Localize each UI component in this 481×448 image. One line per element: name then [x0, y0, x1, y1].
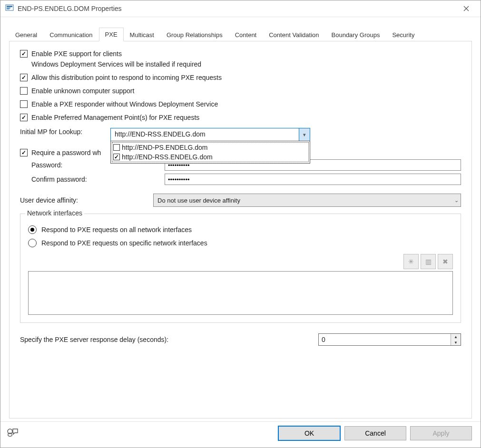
unknown-support-checkbox[interactable] — [20, 87, 28, 95]
tab-security[interactable]: Security — [386, 28, 421, 41]
network-interfaces-title: Network interfaces — [25, 209, 84, 217]
close-button[interactable] — [457, 2, 476, 15]
delay-down-button[interactable]: ▼ — [451, 340, 461, 345]
apply-button[interactable]: Apply — [410, 426, 472, 440]
responder-without-wds-label: Enable a PXE responder without Windows D… — [31, 100, 218, 108]
preferred-mp-checkbox[interactable] — [20, 114, 28, 121]
svg-rect-3 — [7, 9, 10, 10]
tab-pxe[interactable]: PXE — [99, 28, 124, 41]
edit-interface-button[interactable]: ▥ — [421, 254, 436, 269]
enable-pxe-label: Enable PXE support for clients — [31, 50, 122, 58]
radio-all-interfaces[interactable] — [28, 225, 37, 234]
delay-value[interactable]: 0 — [319, 334, 451, 345]
tab-multicast[interactable]: Multicast — [124, 28, 160, 41]
responder-without-wds-checkbox[interactable] — [20, 100, 28, 108]
mp-option-1-checkbox[interactable] — [113, 154, 120, 160]
titlebar: END-PS.ENDELG.DOM Properties — [0, 0, 481, 17]
tab-content[interactable]: Content — [229, 28, 263, 41]
chevron-down-icon: ▾ — [303, 132, 306, 138]
initial-mp-dropdown-list: http://END-PS.ENDELG.dom http://END-RSS.… — [110, 141, 310, 164]
initial-mp-label: Initial MP for Lookup: — [20, 128, 110, 136]
tab-boundary-groups[interactable]: Boundary Groups — [325, 28, 386, 41]
initial-mp-value: http://END-RSS.ENDELG.dom — [111, 128, 299, 141]
content-area: General Communication PXE Multicast Grou… — [0, 17, 481, 421]
feedback-icon[interactable] — [6, 428, 20, 439]
enable-pxe-note: Windows Deployment Services will be inst… — [31, 60, 461, 68]
ok-button[interactable]: OK — [278, 426, 341, 441]
radio-specific-label: Respond to PXE requests on specific netw… — [41, 239, 207, 247]
confirm-password-field[interactable] — [165, 174, 461, 185]
mp-option-1-label: http://END-RSS.ENDELG.dom — [122, 153, 213, 161]
allow-respond-checkbox[interactable] — [20, 74, 28, 81]
require-password-checkbox[interactable] — [20, 149, 28, 156]
uda-value: Do not use user device affinity — [157, 197, 240, 204]
tab-content-validation[interactable]: Content Validation — [263, 28, 325, 41]
add-interface-button[interactable]: ✳ — [403, 254, 419, 269]
allow-respond-label: Allow this distribution point to respond… — [31, 74, 222, 81]
pxe-panel: Enable PXE support for clients Windows D… — [9, 41, 472, 419]
enable-pxe-checkbox[interactable] — [20, 50, 28, 58]
interfaces-list[interactable] — [28, 271, 453, 315]
uda-select[interactable]: Do not use user device affinity ⌄ — [153, 194, 461, 207]
require-password-label: Require a password wh — [31, 149, 101, 156]
confirm-password-label: Confirm password: — [20, 175, 165, 183]
cancel-button[interactable]: Cancel — [344, 426, 406, 440]
unknown-support-label: Enable unknown computer support — [31, 87, 134, 95]
delete-interface-button[interactable]: ✖ — [438, 254, 453, 269]
radio-specific-interfaces[interactable] — [28, 239, 37, 247]
sun-icon: ✳ — [408, 258, 414, 265]
svg-rect-2 — [7, 8, 10, 9]
tab-general[interactable]: General — [9, 28, 43, 41]
app-icon — [5, 4, 14, 14]
mp-option-0-checkbox[interactable] — [113, 144, 120, 151]
properties-icon: ▥ — [425, 258, 432, 265]
chevron-down-icon: ⌄ — [454, 197, 459, 204]
mp-option-0[interactable]: http://END-PS.ENDELG.dom — [112, 143, 308, 152]
mp-option-1[interactable]: http://END-RSS.ENDELG.dom — [112, 152, 308, 162]
tab-group-relationships[interactable]: Group Relationships — [160, 28, 229, 41]
properties-window: END-PS.ENDELG.DOM Properties General Com… — [0, 0, 481, 448]
delay-spinner[interactable]: 0 ▲ ▼ — [318, 333, 461, 346]
delay-up-button[interactable]: ▲ — [451, 334, 461, 340]
svg-rect-1 — [7, 6, 12, 7]
dialog-footer: OK Cancel Apply — [0, 421, 481, 448]
initial-mp-combo[interactable]: http://END-RSS.ENDELG.dom ▾ — [110, 128, 310, 141]
uda-label: User device affinity: — [20, 196, 153, 204]
tab-bar: General Communication PXE Multicast Grou… — [9, 26, 472, 41]
tab-communication[interactable]: Communication — [43, 28, 98, 41]
initial-mp-dropdown-button[interactable]: ▾ — [299, 128, 310, 141]
delay-label: Specify the PXE server response delay (s… — [20, 336, 168, 343]
preferred-mp-label: Enable Preferred Management Point(s) for… — [31, 114, 199, 121]
network-interfaces-group: Network interfaces Respond to PXE reques… — [20, 214, 461, 323]
window-title: END-PS.ENDELG.DOM Properties — [18, 5, 457, 12]
mp-option-0-label: http://END-PS.ENDELG.dom — [122, 144, 208, 151]
radio-all-label: Respond to PXE requests on all network i… — [41, 226, 192, 234]
delete-icon: ✖ — [442, 258, 448, 265]
